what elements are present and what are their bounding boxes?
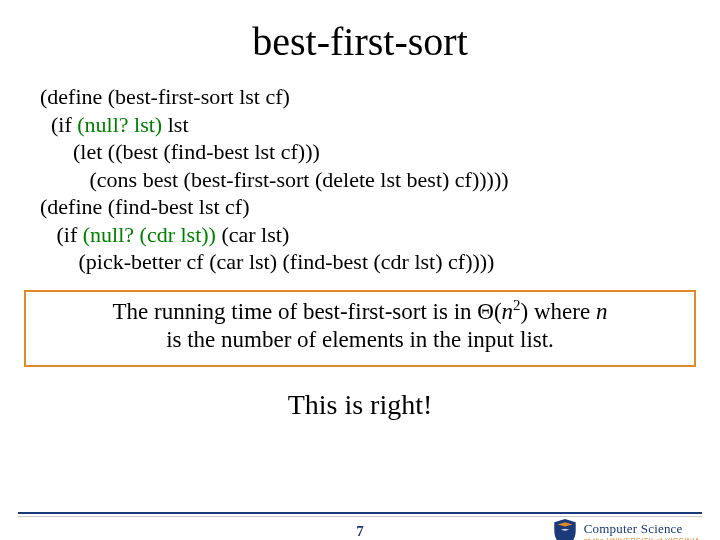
footer-rule-bottom [18,516,702,517]
code-line-5: (define (find-best lst cf) [40,194,250,219]
code-line-2a: (if [40,112,77,137]
running-time-box: The running time of best-first-sort is i… [24,290,696,368]
running-time-line1: The running time of best-first-sort is i… [38,298,682,327]
code-line-2c: lst [162,112,188,137]
code-line-4: (cons best (best-first-sort (delete lst … [40,167,509,192]
logo-cs-text: Computer Science [584,522,700,535]
slide: best-first-sort (define (best-first-sort… [0,18,720,540]
running-post: where [528,299,596,324]
running-time-line2: is the number of elements in the input l… [38,326,682,355]
code-line-7: (pick-better cf (car lst) (find-best (cd… [40,249,494,274]
code-line-2-null: (null? lst) [77,112,162,137]
this-is-right: This is right! [0,389,720,421]
shield-icon [552,518,578,540]
code-line-6c: (car lst) [216,222,289,247]
theta-open: Θ( [477,299,501,324]
code-block: (define (best-first-sort lst cf) (if (nu… [40,83,680,276]
code-line-1: (define (best-first-sort lst cf) [40,84,290,109]
n-trailing: n [596,299,608,324]
n-var: n [502,299,514,324]
code-line-6a: (if [40,222,83,247]
logo-text: Computer Science at the UNIVERSITY of VI… [584,522,700,540]
uva-cs-logo: Computer Science at the UNIVERSITY of VI… [552,518,700,540]
running-pre: The running time of best-first-sort is i… [113,299,478,324]
code-line-3: (let ((best (find-best lst cf))) [40,139,320,164]
exponent: 2 [513,297,520,313]
code-line-6-null: (null? (cdr lst)) [83,222,216,247]
footer-rule-top [18,512,702,514]
page-title: best-first-sort [0,18,720,65]
